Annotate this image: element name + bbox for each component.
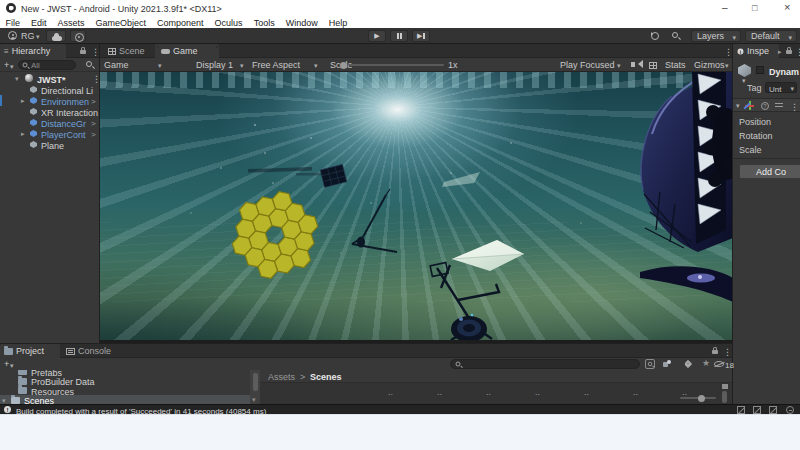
console-tab[interactable]: Console <box>60 344 117 358</box>
asset-item[interactable]: .. <box>535 388 540 397</box>
menu-component[interactable]: Component <box>152 18 210 28</box>
aspect-dropdown[interactable]: Free Aspect <box>252 61 300 70</box>
expand-icon[interactable]: ▾ <box>15 75 19 83</box>
progress-ok-icon[interactable] <box>786 406 794 414</box>
content-scrollbar[interactable] <box>722 391 727 403</box>
menu-edit[interactable]: Edit <box>26 18 53 28</box>
game-viewport[interactable] <box>100 72 733 340</box>
project-search-input[interactable] <box>450 359 640 369</box>
minimize-button[interactable]: – <box>722 2 728 13</box>
account-dropdown[interactable]: RG <box>21 32 35 41</box>
step-button[interactable]: ▶ <box>412 30 430 42</box>
muted-warning-icon[interactable] <box>769 406 777 414</box>
component-menu-icon[interactable]: ⋮ <box>790 102 799 112</box>
menu-file[interactable]: File <box>0 18 26 28</box>
stats-button[interactable]: Stats <box>665 61 686 70</box>
asset-package-icon[interactable] <box>663 360 671 367</box>
search-picker-icon[interactable] <box>645 359 655 369</box>
transform-component-header[interactable]: ▾ ? ⋮ <box>733 98 800 112</box>
folder-row-probuilder-data[interactable]: ProBuilder Data <box>0 376 250 386</box>
plastic-scm-button[interactable] <box>70 30 86 42</box>
scale-slider-knob[interactable] <box>340 62 347 69</box>
label-icon[interactable] <box>684 360 692 368</box>
gizmos-dropdown[interactable]: Gizmos <box>694 61 725 70</box>
prefab-open-arrow[interactable]: > <box>91 130 96 139</box>
gameobject-name-field[interactable]: Dynam <box>769 67 799 77</box>
layers-dropdown[interactable]: Layers ▾ <box>691 30 741 42</box>
cloud-button[interactable] <box>46 30 66 42</box>
lock-icon[interactable] <box>712 350 718 354</box>
asset-item[interactable]: .. <box>486 388 491 397</box>
mute-audio-icon[interactable] <box>631 62 635 67</box>
close-button[interactable]: × <box>784 1 790 13</box>
muted-package-icon[interactable] <box>753 406 761 414</box>
add-component-button[interactable]: Add Co <box>739 164 800 179</box>
game-tab[interactable]: Game <box>155 44 219 58</box>
maximize-button[interactable]: □ <box>752 3 757 13</box>
thumbnail-zoom-knob[interactable] <box>698 395 705 402</box>
pause-button[interactable] <box>390 30 408 42</box>
hierarchy-item-distancegrab[interactable]: DistanceGr > <box>0 117 99 128</box>
hierarchy-search-picker-icon[interactable] <box>86 61 92 67</box>
prefab-open-arrow[interactable]: > <box>91 119 96 128</box>
account-icon[interactable] <box>8 31 17 40</box>
inspector-tab[interactable]: i Inspe <box>734 44 779 58</box>
gameobject-header-icon[interactable] <box>738 64 751 77</box>
tab-scroll-icon[interactable]: ▸ <box>778 48 782 56</box>
hierarchy-item-playercontroller[interactable]: ▸ PlayerCont > <box>0 128 99 139</box>
tag-dropdown[interactable]: Unt ▾ <box>765 82 797 93</box>
prefab-open-arrow[interactable]: > <box>91 97 96 106</box>
menu-oculus[interactable]: Oculus <box>209 18 248 28</box>
menu-assets[interactable]: Assets <box>52 18 90 28</box>
hierarchy-item-xr-interaction[interactable]: XR Interaction <box>0 106 99 117</box>
project-add-button[interactable]: + <box>4 360 9 369</box>
menu-gameobject[interactable]: GameObject <box>90 18 152 28</box>
vsync-grid-icon[interactable] <box>649 62 657 69</box>
project-tab[interactable]: Project <box>0 344 60 358</box>
project-menu-icon[interactable]: ⋮ <box>723 347 732 357</box>
menu-window[interactable]: Window <box>280 18 323 28</box>
hidden-count-eye-icon[interactable] <box>714 361 724 367</box>
breadcrumb-scenes[interactable]: Scenes <box>310 373 342 382</box>
hierarchy-item-environment[interactable]: ▸ Environmen > <box>0 95 99 106</box>
asset-item[interactable]: .. <box>584 388 589 397</box>
hierarchy-tab[interactable]: ≡ Hierarchy <box>0 44 66 58</box>
hierarchy-item-plane[interactable]: Plane <box>0 139 99 150</box>
asset-item[interactable]: .. <box>633 388 638 397</box>
layout-toggle-icon[interactable] <box>722 384 728 389</box>
hierarchy-add-button[interactable]: + <box>4 61 9 70</box>
scene-tab[interactable]: Scene <box>102 44 151 58</box>
hierarchy-menu-icon[interactable]: ⋮ <box>91 47 100 57</box>
lock-icon[interactable] <box>786 50 792 54</box>
hierarchy-item-directional-light[interactable]: Directional Li <box>0 84 99 95</box>
folder-row-resources[interactable]: Resources <box>0 385 250 395</box>
undo-history-icon[interactable] <box>651 32 659 40</box>
menu-tools[interactable]: Tools <box>248 18 280 28</box>
asset-item[interactable]: .. <box>388 388 393 397</box>
layout-dropdown[interactable]: Default ▾ <box>745 30 797 42</box>
game-view-dropdown[interactable]: Game <box>104 61 129 70</box>
help-icon[interactable]: ? <box>761 102 769 110</box>
asset-item[interactable]: .. <box>682 388 687 397</box>
play-focused-dropdown[interactable]: Play Focused <box>560 61 615 70</box>
scale-slider-track[interactable] <box>348 64 444 66</box>
hierarchy-scene-row[interactable]: ▾ JWST* ⋮ <box>0 73 99 84</box>
inspector-menu-icon[interactable]: ⋮ <box>795 47 800 57</box>
asset-item[interactable]: .. <box>437 388 442 397</box>
expand-icon[interactable]: ▸ <box>21 97 25 105</box>
muted-notification-icon[interactable] <box>737 406 745 414</box>
expand-icon[interactable]: ▸ <box>21 130 25 138</box>
breadcrumb-assets[interactable]: Assets <box>268 373 295 382</box>
project-tree-scrollbar[interactable]: ▾ <box>250 370 260 405</box>
display-dropdown[interactable]: Display 1 <box>196 61 233 70</box>
active-checkbox[interactable] <box>756 66 764 74</box>
menu-help[interactable]: Help <box>323 18 353 28</box>
lock-icon[interactable] <box>80 50 86 54</box>
search-everything-icon[interactable] <box>672 32 678 38</box>
hierarchy-search-input[interactable]: All <box>18 60 76 70</box>
presets-icon[interactable] <box>775 102 783 109</box>
folder-row-scenes[interactable]: ▾ Scenes <box>0 395 250 405</box>
play-button[interactable]: ▶ <box>368 30 386 42</box>
component-fold-icon[interactable]: ▾ <box>736 102 740 110</box>
favorites-icon[interactable]: ★ <box>702 358 710 368</box>
